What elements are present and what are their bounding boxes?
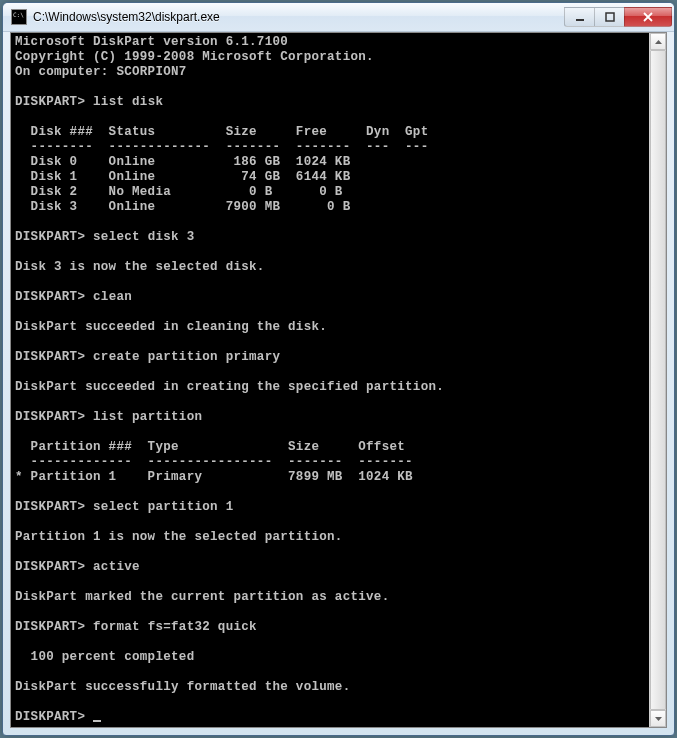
progress: 100 percent completed — [15, 650, 194, 664]
window-controls — [564, 7, 672, 27]
command: format fs=fat32 quick — [93, 620, 257, 634]
command: select partition 1 — [93, 500, 233, 514]
prompt: DISKPART> — [15, 350, 85, 364]
client-area: Microsoft DiskPart version 6.1.7100 Copy… — [10, 32, 667, 728]
disk-row: Disk 0 Online 186 GB 1024 KB — [15, 155, 350, 169]
command: list disk — [93, 95, 163, 109]
header-line: Copyright (C) 1999-2008 Microsoft Corpor… — [15, 50, 374, 64]
part-row: * Partition 1 Primary 7899 MB 1024 KB — [15, 470, 413, 484]
response: DiskPart successfully formatted the volu… — [15, 680, 350, 694]
scroll-thumb[interactable] — [650, 50, 666, 710]
prompt: DISKPART> — [15, 620, 85, 634]
disk-row: Disk 3 Online 7900 MB 0 B — [15, 200, 350, 214]
prompt: DISKPART> — [15, 95, 85, 109]
prompt: DISKPART> — [15, 230, 85, 244]
prompt: DISKPART> — [15, 710, 85, 724]
disk-row: Disk 2 No Media 0 B 0 B — [15, 185, 343, 199]
response: DiskPart succeeded in creating the speci… — [15, 380, 444, 394]
prompt: DISKPART> — [15, 410, 85, 424]
prompt: DISKPART> — [15, 500, 85, 514]
header-line: On computer: SCORPION7 — [15, 65, 187, 79]
window-title: C:\Windows\system32\diskpart.exe — [33, 10, 564, 24]
scroll-track[interactable] — [650, 50, 666, 710]
command: active — [93, 560, 140, 574]
header-line: Microsoft DiskPart version 6.1.7100 — [15, 35, 288, 49]
vertical-scrollbar[interactable] — [649, 33, 666, 727]
scroll-down-button[interactable] — [650, 710, 666, 727]
response: Partition 1 is now the selected partitio… — [15, 530, 343, 544]
prompt: DISKPART> — [15, 290, 85, 304]
command: select disk 3 — [93, 230, 194, 244]
close-button[interactable] — [624, 7, 672, 27]
command: create partition primary — [93, 350, 280, 364]
svg-rect-0 — [576, 19, 584, 21]
console-output[interactable]: Microsoft DiskPart version 6.1.7100 Copy… — [11, 33, 649, 727]
scroll-up-button[interactable] — [650, 33, 666, 50]
cursor — [93, 720, 101, 722]
minimize-icon — [575, 12, 585, 22]
chevron-up-icon — [655, 40, 662, 44]
close-icon — [642, 12, 654, 22]
prompt: DISKPART> — [15, 560, 85, 574]
part-table-rule: ------------- ---------------- ------- -… — [15, 455, 413, 469]
part-table-header: Partition ### Type Size Offset — [15, 440, 405, 454]
command: clean — [93, 290, 132, 304]
disk-table-rule: -------- ------------- ------- ------- -… — [15, 140, 428, 154]
command: list partition — [93, 410, 202, 424]
minimize-button[interactable] — [564, 7, 594, 27]
disk-row: Disk 1 Online 74 GB 6144 KB — [15, 170, 350, 184]
disk-table-header: Disk ### Status Size Free Dyn Gpt — [15, 125, 428, 139]
response: DiskPart marked the current partition as… — [15, 590, 389, 604]
console-window: C:\Windows\system32\diskpart.exe Microso… — [2, 2, 675, 736]
app-icon — [11, 9, 27, 25]
svg-rect-1 — [606, 13, 614, 21]
response: Disk 3 is now the selected disk. — [15, 260, 265, 274]
maximize-button[interactable] — [594, 7, 624, 27]
titlebar[interactable]: C:\Windows\system32\diskpart.exe — [3, 3, 674, 32]
response: DiskPart succeeded in cleaning the disk. — [15, 320, 327, 334]
maximize-icon — [605, 12, 615, 22]
chevron-down-icon — [655, 717, 662, 721]
